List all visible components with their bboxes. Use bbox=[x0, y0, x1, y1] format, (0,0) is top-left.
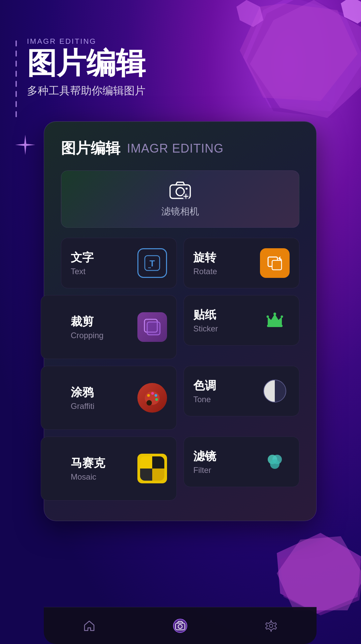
sticker-icon bbox=[260, 305, 290, 335]
card-title-chinese: 图片编辑 bbox=[61, 138, 120, 158]
nav-item-camera[interactable] bbox=[173, 618, 188, 633]
home-icon bbox=[82, 618, 97, 633]
text-icon: T bbox=[137, 248, 167, 278]
mosaic-tool-text: 马赛克 Mosaic bbox=[71, 455, 105, 482]
text-tool-button[interactable]: 文字 Text T bbox=[61, 238, 177, 288]
dashed-line-decoration bbox=[15, 40, 17, 128]
tone-tool-name-cn: 色调 bbox=[193, 378, 216, 393]
card-title-english: IMAGR EDITING bbox=[127, 141, 224, 156]
tone-tool-text: 色调 Tone bbox=[193, 378, 216, 404]
cropping-tool-text: 裁剪 Cropping bbox=[71, 314, 103, 340]
svg-point-21 bbox=[281, 316, 283, 318]
sticker-tool-name-cn: 贴纸 bbox=[193, 307, 218, 323]
main-card: 图片编辑 IMAGR EDITING 滤镜相机 文字 Text bbox=[44, 121, 317, 521]
header-subtitle: IMAGR EDITING bbox=[27, 37, 145, 46]
graffiti-tool-button[interactable]: 涂鸦 Graffiti bbox=[41, 366, 177, 430]
text-tool-text: 文字 Text bbox=[71, 250, 94, 276]
bottom-navigation bbox=[44, 607, 317, 644]
mosaic-tool-name-en: Mosaic bbox=[71, 472, 105, 482]
header-title: 图片编辑 bbox=[27, 49, 145, 78]
graffiti-tool-text: 涂鸦 Graffiti bbox=[71, 385, 94, 411]
cropping-tool-name-en: Cropping bbox=[71, 331, 103, 340]
svg-point-31 bbox=[270, 459, 280, 469]
cropping-tool-button[interactable]: 裁剪 Cropping bbox=[41, 295, 177, 359]
svg-point-24 bbox=[146, 400, 152, 406]
mosaic-tool-button[interactable]: 马赛克 Mosaic bbox=[41, 437, 177, 501]
svg-point-10 bbox=[176, 188, 184, 196]
sparkle-decoration bbox=[15, 135, 35, 155]
sticker-tool-name-en: Sticker bbox=[193, 324, 218, 333]
filter-tool-name-en: Filter bbox=[193, 465, 216, 475]
nav-camera-icon bbox=[173, 618, 188, 633]
graffiti-tool-name-cn: 涂鸦 bbox=[71, 385, 94, 400]
crystal-top-right-decoration bbox=[230, 0, 361, 121]
svg-point-19 bbox=[273, 313, 276, 315]
mosaic-tool-name-cn: 马赛克 bbox=[71, 455, 105, 471]
rotate-tool-text: 旋转 Rotate bbox=[193, 250, 217, 276]
svg-text:T: T bbox=[150, 258, 155, 268]
filter-tool-button[interactable]: 滤镜 Filter bbox=[184, 437, 299, 487]
filter-camera-button[interactable]: 滤镜相机 bbox=[61, 170, 299, 228]
mosaic-icon bbox=[137, 454, 167, 483]
nav-item-settings[interactable] bbox=[264, 618, 278, 633]
svg-rect-16 bbox=[272, 260, 282, 270]
filter-camera-label: 滤镜相机 bbox=[161, 205, 199, 218]
nav-settings-icon bbox=[264, 618, 278, 633]
rotate-icon bbox=[260, 248, 290, 278]
filter-icon bbox=[260, 447, 290, 477]
crystal-bottom-right-decoration bbox=[273, 529, 361, 617]
nav-item-home[interactable] bbox=[82, 618, 97, 633]
filter-tool-name-cn: 滤镜 bbox=[193, 449, 216, 464]
header-section: IMAGR EDITING 图片编辑 多种工具帮助你编辑图片 bbox=[27, 37, 145, 98]
camera-icon bbox=[168, 180, 192, 200]
svg-point-11 bbox=[186, 188, 188, 190]
svg-point-35 bbox=[269, 624, 273, 627]
sticker-tool-text: 贴纸 Sticker bbox=[193, 307, 218, 333]
svg-point-28 bbox=[155, 398, 158, 401]
tone-tool-button[interactable]: 色调 Tone bbox=[184, 366, 299, 416]
svg-marker-5 bbox=[236, 0, 263, 27]
tone-tool-name-en: Tone bbox=[193, 395, 216, 404]
svg-rect-18 bbox=[147, 322, 160, 335]
svg-point-27 bbox=[155, 394, 157, 397]
svg-rect-22 bbox=[267, 325, 283, 327]
svg-point-25 bbox=[147, 394, 150, 397]
filter-tool-text: 滤镜 Filter bbox=[193, 449, 216, 475]
cropping-tool-name-cn: 裁剪 bbox=[71, 314, 103, 329]
text-tool-name-cn: 文字 bbox=[71, 250, 94, 265]
rotate-tool-button[interactable]: 旋转 Rotate bbox=[184, 238, 299, 288]
tone-icon bbox=[260, 376, 290, 406]
svg-point-20 bbox=[267, 316, 269, 318]
header-description: 多种工具帮助你编辑图片 bbox=[27, 84, 145, 98]
svg-point-26 bbox=[151, 392, 154, 395]
tools-grid: 文字 Text T 旋转 Rotate bbox=[61, 238, 299, 501]
rotate-tool-name-en: Rotate bbox=[193, 267, 217, 276]
graffiti-tool-name-en: Graffiti bbox=[71, 401, 94, 411]
text-tool-name-en: Text bbox=[71, 267, 94, 276]
sticker-tool-button[interactable]: 贴纸 Sticker bbox=[184, 295, 299, 346]
rotate-tool-name-cn: 旋转 bbox=[193, 250, 217, 265]
cropping-icon bbox=[137, 312, 167, 342]
graffiti-icon bbox=[137, 383, 167, 413]
card-title-row: 图片编辑 IMAGR EDITING bbox=[61, 138, 299, 158]
